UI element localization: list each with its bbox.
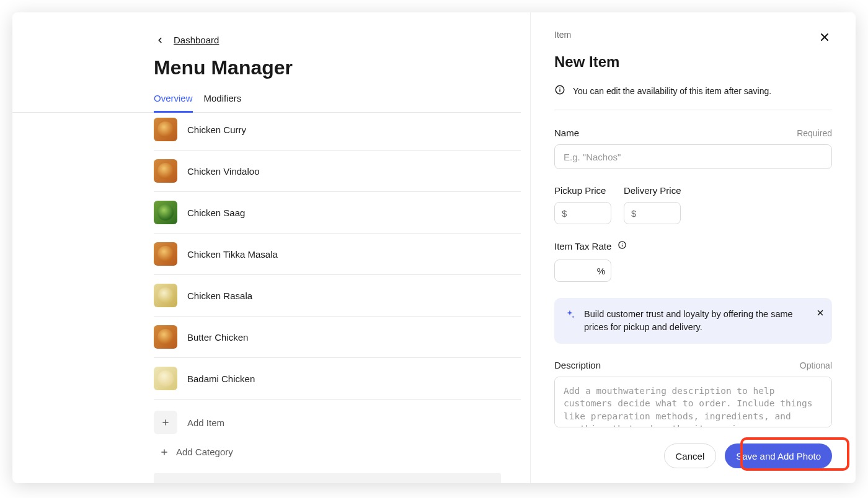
currency-symbol: $ [562,208,567,219]
divider [554,110,832,110]
optional-hint: Optional [800,360,832,370]
pickup-price-label: Pickup Price [554,185,611,196]
plus-icon[interactable] [154,411,177,434]
list-item[interactable]: Chicken Rasala [154,275,521,317]
pricing-tip: Build customer trust and loyalty by offe… [554,298,832,344]
list-item[interactable]: Chicken Vindaloo [154,151,521,192]
item-thumbnail [154,242,177,266]
list-item[interactable]: Chicken Saag [154,192,521,234]
tax-label: Item Tax Rate [554,241,611,251]
add-category-button[interactable]: Add Category [154,447,521,457]
add-item-row[interactable]: Add Item [154,400,521,443]
description-input[interactable] [554,377,832,427]
main-column: Dashboard Menu Manager Overview Modifier… [12,12,521,483]
close-icon[interactable] [816,308,825,321]
item-name: Badami Chicken [187,374,255,384]
name-label: Name [554,128,579,138]
currency-symbol: $ [631,208,636,219]
sparkle-icon [564,309,575,334]
tip-text: Build customer trust and loyalty by offe… [584,308,805,334]
item-name: Butter Chicken [187,332,248,343]
app-frame: Dashboard Menu Manager Overview Modifier… [12,12,856,483]
svg-point-11 [622,243,622,243]
description-label: Description [554,360,601,370]
percent-symbol: % [597,266,605,276]
drawer-footer: Cancel Save and Add Photo [554,432,832,468]
info-icon[interactable] [618,240,627,252]
drawer-title: New Item [554,53,832,71]
description-field: Description Optional [554,360,832,430]
drawer-crumb: Item [554,30,571,40]
info-icon [554,84,565,97]
tabs: Overview Modifiers [12,93,521,113]
breadcrumb: Dashboard [12,35,521,45]
close-icon[interactable] [817,30,832,47]
name-field: Name Required [554,128,832,169]
breadcrumb-dashboard-link[interactable]: Dashboard [174,35,219,45]
new-item-drawer: Item New Item You can edit the availabil… [530,12,856,483]
item-thumbnail [154,159,177,183]
item-thumbnail [154,325,177,349]
item-thumbnail [154,118,177,141]
info-text: You can edit the availability of this it… [573,86,771,96]
tab-overview[interactable]: Overview [154,93,193,113]
add-category-label: Add Category [176,447,233,457]
cancel-button[interactable]: Cancel [664,443,717,468]
name-input[interactable] [554,144,832,169]
item-name: Chicken Vindaloo [187,166,259,177]
save-and-add-photo-button[interactable]: Save and Add Photo [725,443,832,468]
item-thumbnail [154,367,177,390]
item-name: Chicken Saag [187,208,245,218]
item-name: Chicken Curry [187,124,246,135]
add-item-label[interactable]: Add Item [187,417,224,428]
list-item[interactable]: Chicken Tikka Masala [154,234,521,275]
tab-modifiers[interactable]: Modifiers [204,93,242,112]
tax-field: Item Tax Rate % [554,240,832,282]
info-note: You can edit the availability of this it… [554,84,832,97]
item-thumbnail [154,201,177,224]
svg-point-8 [559,87,560,89]
section-placeholder [154,473,501,483]
list-item[interactable]: Badami Chicken [154,358,521,400]
item-name: Chicken Rasala [187,290,252,301]
page-title: Menu Manager [12,56,521,79]
item-thumbnail [154,284,177,307]
delivery-price-label: Delivery Price [624,185,681,196]
item-name: Chicken Tikka Masala [187,249,278,260]
back-chevron-icon[interactable] [155,35,165,45]
items-list: Chicken Curry Chicken Vindaloo Chicken S… [12,113,521,483]
list-item[interactable]: Butter Chicken [154,317,521,358]
required-hint: Required [797,128,832,138]
list-item[interactable]: Chicken Curry [154,113,521,151]
price-row: Pickup Price $ Delivery Price $ [554,185,832,224]
